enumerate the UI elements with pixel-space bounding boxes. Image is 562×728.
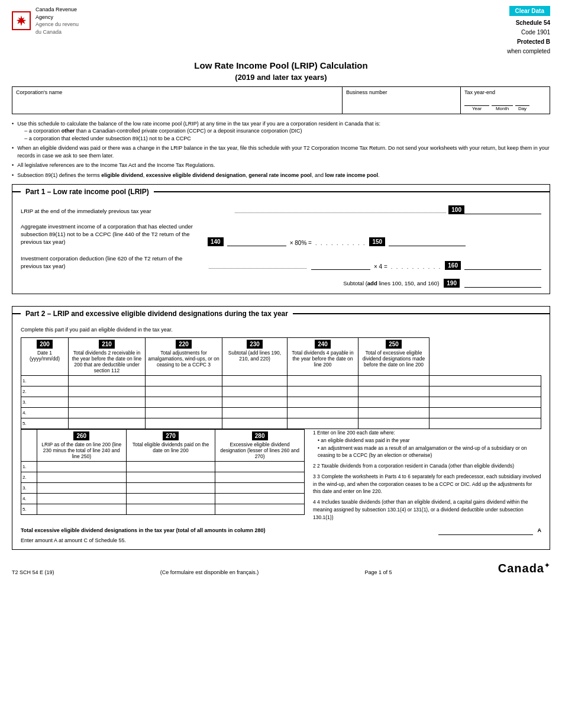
r4-c240[interactable]: [358, 408, 429, 418]
col250-badge: 250: [386, 340, 402, 349]
r1-c280[interactable]: [215, 462, 304, 472]
r3-c230[interactable]: [288, 398, 358, 407]
tax-year-label: Tax year-end: [464, 89, 546, 95]
tax-year-year-input[interactable]: [464, 96, 489, 106]
table-row: 4.: [21, 408, 541, 418]
table-row: 4.: [21, 494, 305, 504]
instruction-1: • Use this schedule to calculate the bal…: [12, 120, 550, 143]
r4-c250[interactable]: [429, 408, 541, 418]
r1-c260[interactable]: [37, 462, 126, 472]
line160-badge: 160: [445, 261, 461, 270]
r1-c270[interactable]: [127, 462, 215, 472]
r2-c260[interactable]: [37, 473, 126, 482]
line140-input[interactable]: [227, 237, 286, 246]
r3-c240[interactable]: [358, 398, 429, 407]
r5-c220[interactable]: [222, 419, 287, 429]
col270-header: Total eligible dividends paid on the dat…: [129, 442, 213, 453]
line190-input[interactable]: [464, 278, 541, 288]
corp-info-row: Corporation's name Business number Tax y…: [12, 86, 550, 114]
r5-c230[interactable]: [288, 419, 358, 429]
col250-header: Total of excessive eligible dividend des…: [361, 350, 427, 368]
r4-c260[interactable]: [37, 494, 126, 504]
part2-upper-table: 200 Date 1 (yyyy/mm/dd) 210 Total divide…: [21, 337, 541, 429]
agency-name: Canada Revenue Agency Agence du revenu d…: [35, 6, 79, 36]
corp-name-input[interactable]: [16, 95, 338, 107]
r2-c280[interactable]: [215, 473, 304, 482]
r2-c230[interactable]: [288, 387, 358, 397]
table-row: 2.: [21, 386, 541, 397]
r2-c200[interactable]: [69, 387, 145, 397]
form-code: T2 SCH 54 E (19): [12, 569, 54, 575]
r5-c270[interactable]: [127, 505, 215, 514]
business-num-input[interactable]: [346, 95, 457, 107]
r2-c210[interactable]: [146, 387, 222, 397]
code: Code 1901: [507, 28, 550, 37]
r3-c210[interactable]: [146, 398, 222, 407]
total-label: Total excessive eligible dividend design…: [21, 527, 434, 534]
r3-c270[interactable]: [127, 484, 215, 493]
line140-label: Aggregate investment income of a corpora…: [21, 223, 204, 246]
r1-c200[interactable]: [69, 376, 145, 386]
r4-c210[interactable]: [146, 408, 222, 418]
r2-c250[interactable]: [429, 387, 541, 397]
r1-c220[interactable]: [222, 376, 287, 386]
r4-c280[interactable]: [215, 494, 304, 504]
table-row: 1.: [21, 462, 305, 472]
part2-section: Part 2 – LRIP and excessive eligible div…: [12, 306, 550, 550]
r4-c200[interactable]: [69, 408, 145, 418]
tax-year-day-input[interactable]: [515, 96, 529, 106]
total-a-input[interactable]: [438, 526, 533, 535]
r1-c250[interactable]: [429, 376, 541, 386]
col240-badge: 240: [315, 340, 331, 349]
r5-c210[interactable]: [146, 419, 222, 429]
line150-input[interactable]: [389, 237, 466, 246]
table-row: 2.: [21, 472, 305, 483]
note3: 3 3 Complete the worksheets in Parts 4 t…: [313, 473, 541, 495]
r5-c280[interactable]: [215, 505, 304, 514]
col240-header: Total dividends 4 payable in the year be…: [290, 350, 356, 368]
line100-input[interactable]: [464, 205, 541, 214]
r3-c250[interactable]: [429, 398, 541, 407]
r1-c240[interactable]: [358, 376, 429, 386]
r3-c260[interactable]: [37, 484, 126, 493]
line150-badge: 150: [369, 237, 385, 246]
line100-badge: 100: [448, 205, 464, 214]
r3-c220[interactable]: [222, 398, 287, 407]
r1-c210[interactable]: [146, 376, 222, 386]
r4-c270[interactable]: [127, 494, 215, 504]
line160-label: Investment corporation deduction (line 6…: [21, 255, 204, 270]
schedule-title: Schedule 54: [507, 18, 550, 28]
clear-data-button[interactable]: Clear Data: [509, 6, 550, 16]
col280-badge: 280: [252, 431, 268, 440]
r5-c260[interactable]: [37, 505, 126, 514]
note2: 2 2 Taxable dividends from a corporation…: [313, 462, 541, 470]
r3-c280[interactable]: [215, 484, 304, 493]
enter-amount-note: Enter amount A at amount C of Schedule 5…: [21, 537, 541, 543]
col230-badge: 230: [247, 340, 263, 349]
col260-header: LRIP as of the date on line 200 (line 23…: [40, 442, 124, 459]
r4-c230[interactable]: [288, 408, 358, 418]
line160-input2[interactable]: [464, 260, 541, 270]
line160-operator: × 4 =: [374, 263, 387, 270]
r2-c220[interactable]: [222, 387, 287, 397]
instruction-3: • All legislative references are to the …: [12, 162, 550, 169]
r2-c270[interactable]: [127, 473, 215, 482]
r2-c240[interactable]: [358, 387, 429, 397]
maple-leaf-icon: [15, 14, 27, 27]
tax-year-month-input[interactable]: [492, 96, 513, 106]
line160-input[interactable]: [311, 260, 370, 270]
r3-c200[interactable]: [69, 398, 145, 407]
r1-c230[interactable]: [288, 376, 358, 386]
col210-header: Total dividends 2 receivable in the year…: [71, 350, 143, 373]
col260-badge: 260: [73, 431, 89, 440]
table-row: 1.: [21, 376, 541, 386]
instruction-2: • When an eligible dividend was paid or …: [12, 144, 550, 159]
r4-c220[interactable]: [222, 408, 287, 418]
r5-c200[interactable]: [69, 419, 145, 429]
col230-header: Subtotal (add lines 190, 210, and 220): [225, 350, 285, 362]
line140-badge: 140: [208, 237, 224, 246]
line160-dots: . . . . . . . . . .: [391, 264, 442, 270]
r5-c240[interactable]: [358, 419, 429, 429]
table-row: 5.: [21, 418, 541, 429]
r5-c250[interactable]: [429, 419, 541, 429]
